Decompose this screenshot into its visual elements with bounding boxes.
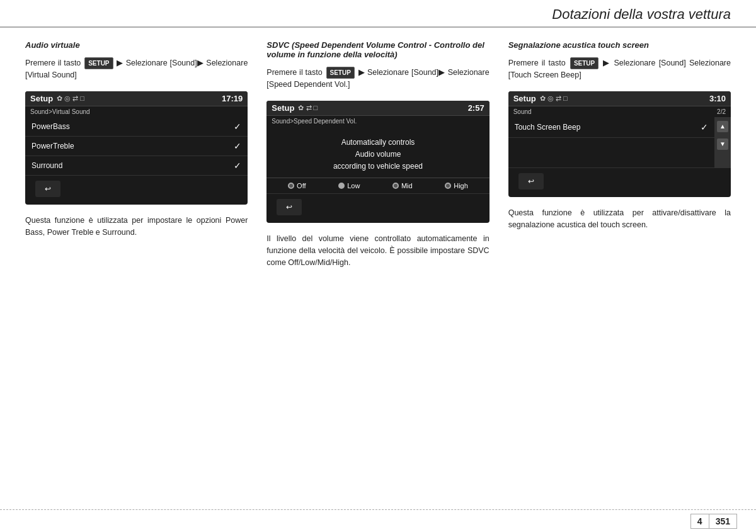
- option-high[interactable]: High: [445, 182, 468, 190]
- center-line-3: according to vehicle speed: [272, 161, 484, 173]
- col-segnalazione: Segnalazione acustica touch screen Preme…: [508, 40, 731, 269]
- page-header: Dotazioni della vostra vettura: [0, 0, 756, 28]
- body-text-3b: Questa funzione è utilizzata per attivar…: [508, 207, 731, 231]
- page-number-block: 4 351: [690, 514, 737, 529]
- body-text-2a: Premere il tasto SETUP ▶ Selezionare [So…: [266, 67, 489, 91]
- setup-screen-1: Setup ✿ ◎ ⇄ □ 17:19 Sound>Virtual Sound …: [25, 91, 248, 205]
- scroll-down-btn[interactable]: ▼: [717, 139, 728, 150]
- radio-low: [338, 183, 345, 189]
- menu-label-1b: PowerTreble: [32, 142, 74, 150]
- touch-screen-beep-label: Touch Screen Beep: [515, 123, 581, 132]
- setup-breadcrumb-3: Sound: [513, 108, 532, 115]
- setup-time-3: 3:10: [709, 94, 726, 103]
- section-title-2: SDVC (Speed Dependent Volume Control - C…: [266, 40, 489, 59]
- setup-time-2: 2:57: [468, 103, 484, 113]
- checkmark-1a: ✓: [234, 122, 241, 132]
- setup-icons-3: ✿ ◎ ⇄ □: [540, 94, 568, 103]
- center-line-2: Audio volume: [272, 149, 484, 161]
- setup-screen3-content: Touch Screen Beep ✓ ▲ ▼: [508, 117, 731, 168]
- body-text-1b: Questa funzione è utilizzata per imposta…: [25, 215, 248, 239]
- setup-back-btn-1[interactable]: ↩: [35, 181, 60, 197]
- menu-label-1c: Surround: [32, 161, 62, 170]
- radio-off: [288, 183, 294, 189]
- setup-menu-item-1b[interactable]: PowerTreble ✓: [25, 137, 248, 156]
- section-title-1: Audio virtuale: [25, 40, 248, 50]
- setup-center-text-2: Automatically controls Audio volume acco…: [266, 127, 489, 178]
- center-line-1: Automatically controls: [272, 137, 484, 149]
- checkmark-1b: ✓: [234, 141, 241, 151]
- arrow-2: ▶: [358, 68, 365, 77]
- scroll-up-btn[interactable]: ▲: [717, 121, 728, 132]
- option-high-label: High: [454, 182, 468, 190]
- back-icon-1: ↩: [45, 184, 51, 193]
- col-sdvc: SDVC (Speed Dependent Volume Control - C…: [266, 40, 489, 269]
- page-title: Dotazioni della vostra vettura: [552, 6, 731, 23]
- scroll-controls-3: ▲ ▼: [714, 117, 731, 168]
- section-title-3: Segnalazione acustica touch screen: [508, 40, 731, 50]
- setup-title-2: Setup: [272, 103, 294, 113]
- setup-title-3: Setup: [513, 94, 536, 103]
- setup-breadcrumb-2: Sound>Speed Dependent Vol.: [266, 116, 489, 127]
- page-footer: 4 351: [0, 509, 756, 532]
- body-text-3a: Premere il tasto SETUP ▶ Selezionare [So…: [508, 57, 731, 81]
- menu-label-1a: PowerBass: [32, 122, 70, 131]
- setup-menu-item-1c[interactable]: Surround ✓: [25, 156, 248, 176]
- arrow-1: ▶: [117, 59, 123, 67]
- premere-text-1: Premere il tasto: [25, 59, 81, 67]
- option-mid-label: Mid: [401, 182, 413, 190]
- option-mid[interactable]: Mid: [392, 182, 413, 190]
- setup-header-3: Setup ✿ ◎ ⇄ □ 3:10: [508, 91, 731, 106]
- setup-badge-1: SETUP: [84, 57, 113, 69]
- option-off[interactable]: Off: [288, 182, 306, 190]
- setup-screen-2: Setup ✿ ⇄ □ 2:57 Sound>Speed Dependent V…: [266, 101, 489, 224]
- setup-empty-row: [508, 138, 714, 168]
- option-off-label: Off: [297, 182, 306, 190]
- arrow-3: ▶: [603, 59, 610, 67]
- setup-breadcrumb-row-3: Sound 2/2: [508, 106, 731, 117]
- setup-title-1: Setup: [30, 94, 53, 103]
- body-text-1a: Premere il tasto SETUP ▶ Selezionare [So…: [25, 57, 248, 81]
- touch-screen-beep-check: ✓: [701, 122, 708, 132]
- setup-menu-item-1a[interactable]: PowerBass ✓: [25, 117, 248, 137]
- back-icon-2: ↩: [286, 203, 292, 212]
- setup-header-left-2: Setup ✿ ⇄ □: [272, 103, 318, 113]
- setup-icons-2: ✿ ⇄ □: [298, 104, 318, 112]
- setup-page-indicator-3: 2/2: [717, 108, 726, 115]
- setup-back-area-3: ↩: [508, 168, 731, 197]
- setup-back-area-2: ↩: [266, 193, 489, 223]
- setup-screen-3: Setup ✿ ◎ ⇄ □ 3:10 Sound 2/2 Touch Scree…: [508, 91, 731, 197]
- setup-screen3-main: Touch Screen Beep ✓: [508, 117, 714, 168]
- option-low[interactable]: Low: [338, 182, 360, 190]
- setup-badge-2: SETUP: [326, 67, 355, 79]
- option-low-label: Low: [347, 182, 360, 190]
- setup-header-left-3: Setup ✿ ◎ ⇄ □: [513, 94, 568, 103]
- body-text-2b: Il livello del volume viene controllato …: [266, 233, 489, 268]
- radio-mid: [392, 183, 399, 189]
- chapter-number: 4: [691, 514, 709, 528]
- back-icon-3: ↩: [528, 177, 534, 186]
- col-audio-virtuale: Audio virtuale Premere il tasto SETUP ▶ …: [25, 40, 248, 269]
- setup-header-2: Setup ✿ ⇄ □ 2:57: [266, 101, 489, 116]
- premere-text-3: Premere il tasto: [508, 59, 566, 67]
- setup-options-row-2: Off Low Mid High: [266, 178, 489, 193]
- radio-high: [445, 183, 451, 189]
- page-number: 351: [709, 514, 736, 528]
- checkmark-1c: ✓: [234, 161, 241, 171]
- setup-badge-3: SETUP: [570, 57, 598, 69]
- main-content: Audio virtuale Premere il tasto SETUP ▶ …: [0, 28, 756, 275]
- setup-header-1: Setup ✿ ◎ ⇄ □ 17:19: [25, 91, 248, 106]
- setup-back-btn-3[interactable]: ↩: [518, 173, 544, 190]
- setup-screen3-item-1[interactable]: Touch Screen Beep ✓: [508, 117, 714, 138]
- setup-back-btn-2[interactable]: ↩: [277, 199, 302, 215]
- setup-icons-1: ✿ ◎ ⇄ □: [57, 94, 84, 103]
- setup-time-1: 17:19: [222, 94, 243, 103]
- setup-back-area-1: ↩: [25, 176, 248, 205]
- setup-breadcrumb-1: Sound>Virtual Sound: [25, 106, 248, 117]
- setup-header-left-1: Setup ✿ ◎ ⇄ □: [30, 94, 84, 103]
- premere-text-2: Premere il tasto: [266, 68, 322, 77]
